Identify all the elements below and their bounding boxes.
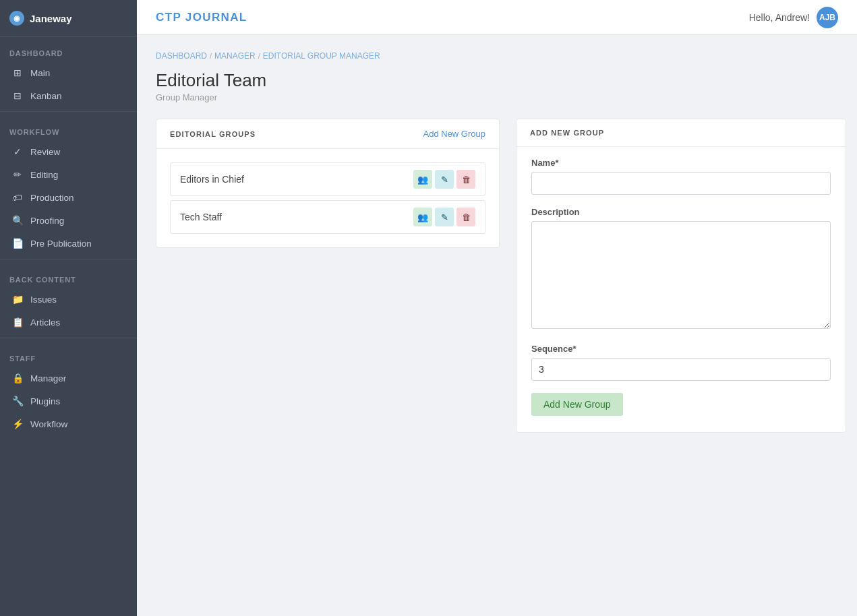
name-field-group: Name* [531, 158, 831, 195]
editorial-groups-body: Editors in Chief 👥 ✎ 🗑 [156, 149, 499, 247]
group-edit-button[interactable]: ✎ [435, 170, 454, 189]
topnav: CTP JOURNAL Hello, Andrew! AJB [137, 0, 857, 35]
user-info: Hello, Andrew! AJB [749, 7, 838, 28]
sidebar-label-review: Review [30, 147, 60, 157]
group-users-button[interactable]: 👥 [413, 170, 432, 189]
editorial-groups-header: EDITORIAL GROUPS Add New Group [156, 119, 499, 149]
group-actions: 👥 ✎ 🗑 [413, 208, 475, 226]
sidebar-label-plugins: Plugins [30, 396, 60, 406]
sidebar-item-issues[interactable]: 📁 Issues [0, 288, 137, 311]
sidebar-label-editing: Editing [30, 170, 58, 180]
logo-icon: ◉ [9, 11, 24, 26]
kanban-icon: ⊟ [11, 90, 24, 101]
group-actions: 👥 ✎ 🗑 [413, 170, 475, 189]
user-avatar: AJB [817, 7, 838, 28]
review-icon: ✓ [11, 146, 24, 157]
sidebar-item-editing[interactable]: ✏ Editing [0, 163, 137, 186]
sidebar-item-workflow[interactable]: ⚡ Workflow [0, 412, 137, 435]
editorial-groups-card: EDITORIAL GROUPS Add New Group Editors i… [156, 119, 500, 248]
breadcrumb-manager[interactable]: MANAGER [214, 51, 256, 61]
add-new-group-link[interactable]: Add New Group [423, 129, 486, 139]
sidebar-label-proofing: Proofing [30, 216, 64, 226]
user-greeting: Hello, Andrew! [749, 12, 810, 23]
main-area: CTP JOURNAL Hello, Andrew! AJB DASHBOARD… [137, 0, 857, 616]
workflow-icon: ⚡ [11, 419, 24, 429]
editing-icon: ✏ [11, 169, 24, 180]
page-title: Editorial Team [156, 70, 838, 91]
plugins-icon: 🔧 [11, 396, 24, 406]
group-edit-button[interactable]: ✎ [435, 208, 454, 226]
add-group-form: Name* Description Sequence* Add New Grou… [516, 147, 846, 432]
sidebar-item-main[interactable]: ⊞ Main [0, 61, 137, 84]
description-input[interactable] [531, 221, 831, 329]
editorial-groups-title: EDITORIAL GROUPS [170, 130, 256, 138]
production-icon: 🏷 [11, 192, 24, 203]
sidebar-section-backcontent: BACK CONTENT [0, 264, 137, 288]
sidebar-label-prepub: Pre Publication [30, 239, 92, 249]
sequence-label: Sequence* [531, 344, 831, 354]
name-label: Name* [531, 158, 831, 168]
sidebar-item-plugins[interactable]: 🔧 Plugins [0, 390, 137, 412]
sidebar-item-articles[interactable]: 📋 Articles [0, 311, 137, 334]
breadcrumb-dashboard[interactable]: DASHBOARD [156, 51, 207, 61]
journal-title: CTP JOURNAL [156, 11, 247, 24]
users-icon: 👥 [417, 175, 428, 185]
group-delete-button[interactable]: 🗑 [456, 208, 475, 226]
group-name: Tech Staff [180, 212, 222, 222]
sidebar-logo[interactable]: ◉ Janeway [0, 0, 137, 37]
group-list: Editors in Chief 👥 ✎ 🗑 [170, 162, 485, 234]
sequence-field-group: Sequence* [531, 344, 831, 381]
sidebar-item-production[interactable]: 🏷 Production [0, 186, 137, 209]
articles-icon: 📋 [11, 317, 24, 328]
description-field-group: Description [531, 207, 831, 332]
sidebar-label-production: Production [30, 193, 74, 203]
sidebar-label-manager: Manager [30, 373, 66, 383]
group-delete-button[interactable]: 🗑 [456, 170, 475, 189]
edit-icon: ✎ [441, 212, 448, 222]
issues-icon: 📁 [11, 294, 24, 305]
sidebar-label-kanban: Kanban [30, 91, 62, 101]
sidebar-section-dashboard: DASHBOARD [0, 37, 137, 61]
delete-icon: 🗑 [462, 175, 471, 185]
add-group-card: ADD NEW GROUP Name* Description Sequence… [516, 119, 846, 433]
sidebar-section-workflow: WORKFLOW [0, 116, 137, 140]
group-name: Editors in Chief [180, 174, 244, 185]
app-name: Janeway [30, 13, 72, 24]
name-input[interactable] [531, 172, 831, 195]
sidebar-item-manager[interactable]: 🔒 Manager [0, 367, 137, 390]
sidebar-label-main: Main [30, 68, 50, 78]
breadcrumb: DASHBOARD / MANAGER / EDITORIAL GROUP MA… [156, 51, 838, 61]
sidebar-section-staff: STAFF [0, 342, 137, 367]
sidebar-label-issues: Issues [30, 295, 57, 305]
users-icon: 👥 [417, 212, 428, 222]
sequence-input[interactable] [531, 358, 831, 381]
group-users-button[interactable]: 👥 [413, 208, 432, 226]
proofing-icon: 🔍 [11, 215, 24, 226]
sidebar-label-workflow: Workflow [30, 419, 67, 429]
add-group-header: ADD NEW GROUP [516, 119, 846, 147]
sidebar-item-review[interactable]: ✓ Review [0, 140, 137, 163]
sidebar-item-prepublication[interactable]: 📄 Pre Publication [0, 232, 137, 255]
page-subtitle: Group Manager [156, 92, 838, 102]
sidebar: ◉ Janeway DASHBOARD ⊞ Main ⊟ Kanban WORK… [0, 0, 137, 616]
prepub-icon: 📄 [11, 238, 24, 249]
sidebar-label-articles: Articles [30, 317, 60, 328]
breadcrumb-current: EDITORIAL GROUP MANAGER [263, 51, 380, 61]
edit-icon: ✎ [441, 175, 448, 185]
main-icon: ⊞ [11, 67, 24, 78]
table-row: Tech Staff 👥 ✎ 🗑 [170, 200, 485, 234]
table-row: Editors in Chief 👥 ✎ 🗑 [170, 162, 485, 196]
two-column-layout: EDITORIAL GROUPS Add New Group Editors i… [156, 119, 838, 433]
add-group-title: ADD NEW GROUP [530, 129, 604, 137]
delete-icon: 🗑 [462, 212, 471, 222]
description-label: Description [531, 207, 831, 217]
add-new-group-button[interactable]: Add New Group [531, 393, 623, 416]
manager-icon: 🔒 [11, 373, 24, 383]
page-content: DASHBOARD / MANAGER / EDITORIAL GROUP MA… [137, 35, 857, 616]
sidebar-item-kanban[interactable]: ⊟ Kanban [0, 84, 137, 107]
sidebar-item-proofing[interactable]: 🔍 Proofing [0, 209, 137, 232]
